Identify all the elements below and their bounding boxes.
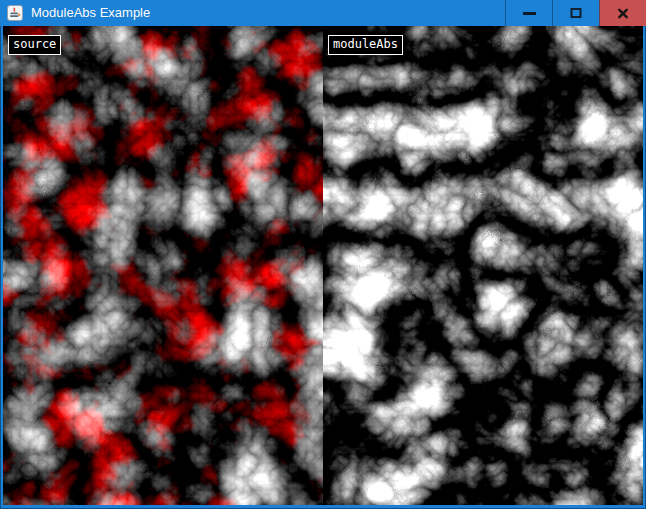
maximize-icon bbox=[570, 7, 582, 19]
minimize-icon bbox=[523, 12, 536, 15]
close-button[interactable] bbox=[599, 0, 646, 26]
java-app-icon bbox=[7, 5, 23, 21]
source-label: source bbox=[8, 35, 61, 55]
close-icon bbox=[617, 7, 629, 19]
moduleabs-label: moduleAbs bbox=[328, 35, 403, 55]
moduleabs-noise-image bbox=[323, 26, 643, 505]
window-titlebar: ModuleAbs Example bbox=[0, 0, 646, 26]
window-title: ModuleAbs Example bbox=[31, 0, 150, 26]
minimize-button[interactable] bbox=[505, 0, 552, 26]
application-window: ModuleAbs Example bbox=[0, 0, 646, 509]
source-noise-image bbox=[3, 26, 323, 505]
render-canvas: source moduleAbs bbox=[3, 26, 643, 505]
maximize-button[interactable] bbox=[552, 0, 599, 26]
